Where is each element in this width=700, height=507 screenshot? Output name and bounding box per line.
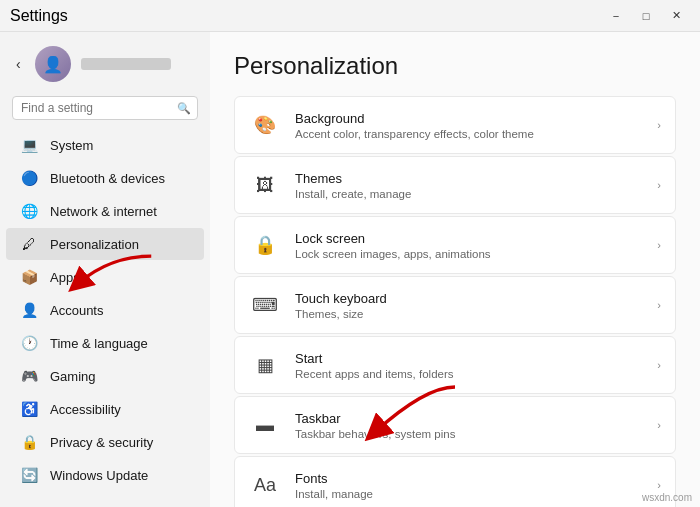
touchkeyboard-icon: ⌨ <box>249 289 281 321</box>
fonts-icon: Aa <box>249 469 281 501</box>
sidebar-label-accessibility: Accessibility <box>50 402 121 417</box>
accent-text: Background Accent color, transparency ef… <box>295 111 643 140</box>
sidebar-label-network: Network & internet <box>50 204 157 219</box>
fonts-chevron: › <box>657 479 661 491</box>
touchkeyboard-text: Touch keyboard Themes, size <box>295 291 643 320</box>
taskbar-desc: Taskbar behaviors, system pins <box>295 428 643 440</box>
avatar: 👤 <box>35 46 71 82</box>
start-title: Start <box>295 351 643 366</box>
settings-item-accent[interactable]: 🎨 Background Accent color, transparency … <box>234 96 676 154</box>
start-desc: Recent apps and items, folders <box>295 368 643 380</box>
time-icon: 🕐 <box>20 334 38 352</box>
minimize-button[interactable]: − <box>602 6 630 26</box>
apps-icon: 📦 <box>20 268 38 286</box>
settings-item-themes[interactable]: 🖼 Themes Install, create, manage › <box>234 156 676 214</box>
lockscreen-title: Lock screen <box>295 231 643 246</box>
search-input[interactable] <box>21 101 171 115</box>
bluetooth-icon: 🔵 <box>20 169 38 187</box>
accounts-icon: 👤 <box>20 301 38 319</box>
search-icon: 🔍 <box>177 102 191 115</box>
sidebar-item-gaming[interactable]: 🎮 Gaming <box>6 360 204 392</box>
fonts-title: Fonts <box>295 471 643 486</box>
start-chevron: › <box>657 359 661 371</box>
app-body: ‹ 👤 🔍 💻 System 🔵 Bluetooth & devices 🌐 N… <box>0 32 700 507</box>
sidebar-item-apps[interactable]: 📦 Apps <box>6 261 204 293</box>
sidebar-label-system: System <box>50 138 93 153</box>
sidebar-item-accessibility[interactable]: ♿ Accessibility <box>6 393 204 425</box>
lockscreen-desc: Lock screen images, apps, animations <box>295 248 643 260</box>
touchkeyboard-title: Touch keyboard <box>295 291 643 306</box>
touchkeyboard-desc: Themes, size <box>295 308 643 320</box>
taskbar-text: Taskbar Taskbar behaviors, system pins <box>295 411 643 440</box>
lockscreen-icon: 🔒 <box>249 229 281 261</box>
sidebar-label-privacy: Privacy & security <box>50 435 153 450</box>
themes-title: Themes <box>295 171 643 186</box>
accent-chevron: › <box>657 119 661 131</box>
maximize-button[interactable]: □ <box>632 6 660 26</box>
sidebar-item-privacy[interactable]: 🔒 Privacy & security <box>6 426 204 458</box>
lockscreen-text: Lock screen Lock screen images, apps, an… <box>295 231 643 260</box>
settings-item-lockscreen[interactable]: 🔒 Lock screen Lock screen images, apps, … <box>234 216 676 274</box>
sidebar-item-system[interactable]: 💻 System <box>6 129 204 161</box>
system-icon: 💻 <box>20 136 38 154</box>
search-box[interactable]: 🔍 <box>12 96 198 120</box>
network-icon: 🌐 <box>20 202 38 220</box>
fonts-desc: Install, manage <box>295 488 643 500</box>
sidebar-label-time: Time & language <box>50 336 148 351</box>
accent-title: Background <box>295 111 643 126</box>
sidebar-item-time[interactable]: 🕐 Time & language <box>6 327 204 359</box>
personalization-icon: 🖊 <box>20 235 38 253</box>
taskbar-title: Taskbar <box>295 411 643 426</box>
sidebar-label-gaming: Gaming <box>50 369 96 384</box>
sidebar-header: ‹ 👤 <box>0 40 210 88</box>
main-content: Personalization 🎨 Background Accent colo… <box>210 32 700 507</box>
accessibility-icon: ♿ <box>20 400 38 418</box>
sidebar-label-update: Windows Update <box>50 468 148 483</box>
accent-desc: Accent color, transparency effects, colo… <box>295 128 643 140</box>
relative-wrapper: ‹ 👤 🔍 💻 System 🔵 Bluetooth & devices 🌐 N… <box>0 32 700 507</box>
sidebar-item-personalization[interactable]: 🖊 Personalization <box>6 228 204 260</box>
lockscreen-chevron: › <box>657 239 661 251</box>
settings-list: 🎨 Background Accent color, transparency … <box>234 96 676 507</box>
taskbar-icon: ▬ <box>249 409 281 441</box>
sidebar-label-bluetooth: Bluetooth & devices <box>50 171 165 186</box>
settings-item-taskbar[interactable]: ▬ Taskbar Taskbar behaviors, system pins… <box>234 396 676 454</box>
title-bar-title: Settings <box>10 7 68 25</box>
title-bar-left: Settings <box>10 7 68 25</box>
settings-item-touchkeyboard[interactable]: ⌨ Touch keyboard Themes, size › <box>234 276 676 334</box>
title-bar-controls: − □ ✕ <box>602 6 690 26</box>
sidebar-item-network[interactable]: 🌐 Network & internet <box>6 195 204 227</box>
sidebar-label-apps: Apps <box>50 270 80 285</box>
themes-desc: Install, create, manage <box>295 188 643 200</box>
settings-item-start[interactable]: ▦ Start Recent apps and items, folders › <box>234 336 676 394</box>
sidebar-item-accounts[interactable]: 👤 Accounts <box>6 294 204 326</box>
user-name <box>81 58 171 70</box>
start-text: Start Recent apps and items, folders <box>295 351 643 380</box>
privacy-icon: 🔒 <box>20 433 38 451</box>
sidebar: ‹ 👤 🔍 💻 System 🔵 Bluetooth & devices 🌐 N… <box>0 32 210 507</box>
sidebar-item-bluetooth[interactable]: 🔵 Bluetooth & devices <box>6 162 204 194</box>
start-icon: ▦ <box>249 349 281 381</box>
title-bar: Settings − □ ✕ <box>0 0 700 32</box>
themes-text: Themes Install, create, manage <box>295 171 643 200</box>
update-icon: 🔄 <box>20 466 38 484</box>
sidebar-item-update[interactable]: 🔄 Windows Update <box>6 459 204 491</box>
page-title: Personalization <box>234 52 676 80</box>
gaming-icon: 🎮 <box>20 367 38 385</box>
nav-list: 💻 System 🔵 Bluetooth & devices 🌐 Network… <box>0 128 210 492</box>
sidebar-label-accounts: Accounts <box>50 303 103 318</box>
themes-icon: 🖼 <box>249 169 281 201</box>
back-button[interactable]: ‹ <box>12 54 25 74</box>
taskbar-chevron: › <box>657 419 661 431</box>
accent-icon: 🎨 <box>249 109 281 141</box>
fonts-text: Fonts Install, manage <box>295 471 643 500</box>
close-button[interactable]: ✕ <box>662 6 690 26</box>
themes-chevron: › <box>657 179 661 191</box>
sidebar-label-personalization: Personalization <box>50 237 139 252</box>
settings-item-fonts[interactable]: Aa Fonts Install, manage › <box>234 456 676 507</box>
touchkeyboard-chevron: › <box>657 299 661 311</box>
